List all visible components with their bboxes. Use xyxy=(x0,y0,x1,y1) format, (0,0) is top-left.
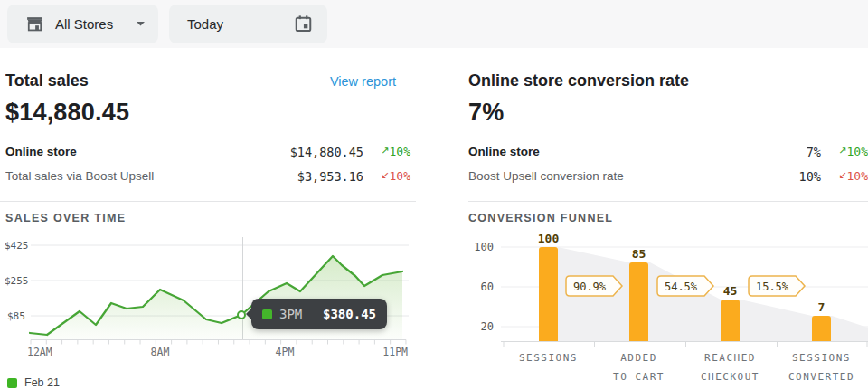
delta-badge-down: ↙10% xyxy=(363,169,410,183)
chart-tooltip: 3PM $380.45 xyxy=(251,299,387,329)
conversion-rate-badge: 54.5% xyxy=(657,276,713,296)
legend-swatch-green xyxy=(7,378,17,388)
date-range-button[interactable]: Today xyxy=(169,5,327,43)
funnel-bar[interactable] xyxy=(812,316,831,341)
metric-label: Boost Upsell conversion rate xyxy=(468,169,799,183)
delta-badge-down: ↙10% xyxy=(821,169,868,183)
conversion-funnel-chart[interactable]: 100 60 20 100 85 45 7 90.9% 54.5% xyxy=(468,230,868,390)
tooltip-value: $380.45 xyxy=(323,307,376,321)
conversion-funnel-heading: CONVERSION FUNNEL xyxy=(468,201,868,224)
conversion-rate-panel: Online store conversion rate 7% Online s… xyxy=(468,71,868,390)
bar-value: 7 xyxy=(818,300,826,314)
category-label: CONVERTED xyxy=(788,371,854,383)
storefront-icon xyxy=(25,14,44,33)
arrow-up-icon: ↗ xyxy=(838,145,846,157)
delta-badge-up: ↗10% xyxy=(363,145,410,158)
store-selector-button[interactable]: All Stores xyxy=(7,5,158,43)
sales-over-time-heading: SALES OVER TIME xyxy=(0,201,416,224)
calendar-icon xyxy=(294,14,313,33)
total-sales-panel: Total sales View report $14,880.45 Onlin… xyxy=(0,71,416,390)
y-tick: $425 xyxy=(5,240,29,252)
metric-row-boost-upsell-rate: Boost Upsell conversion rate 10% ↙10% xyxy=(468,164,868,188)
metric-value: 7% xyxy=(807,145,821,159)
svg-text:15.5%: 15.5% xyxy=(756,281,789,293)
sales-line-chart[interactable]: $425 $255 $85 12AM 8AM 4PM 11PM 3PM $380… xyxy=(0,230,416,371)
category-label: REACHED xyxy=(704,352,756,364)
total-sales-title: Total sales xyxy=(5,71,89,90)
category-label: SESSIONS xyxy=(792,352,851,364)
x-tick: 12AM xyxy=(27,346,52,358)
conversion-rate-badge: 15.5% xyxy=(749,276,805,296)
y-tick: $85 xyxy=(7,310,25,322)
date-range-label: Today xyxy=(187,16,285,32)
metric-label: Online store xyxy=(468,145,807,158)
legend-feb21-sales: Feb 21 xyxy=(7,376,416,389)
legend-label: Feb 21 xyxy=(24,376,60,389)
metric-value: $14,880.45 xyxy=(290,145,363,159)
funnel-bar[interactable] xyxy=(721,300,740,341)
metric-label: Online store xyxy=(5,145,290,158)
x-axis-ticks xyxy=(31,340,406,345)
x-tick: 4PM xyxy=(276,346,295,358)
arrow-up-icon: ↗ xyxy=(381,145,389,157)
metric-row-online-store-sales: Online store $14,880.45 ↗10% xyxy=(0,139,416,164)
svg-text:90.9%: 90.9% xyxy=(573,281,607,293)
category-label: CHECKOUT xyxy=(701,371,760,383)
conversion-rate-title: Online store conversion rate xyxy=(468,71,689,90)
series-swatch-green xyxy=(262,309,272,319)
category-label: ADDED xyxy=(620,352,657,364)
x-tick: 11PM xyxy=(382,346,408,358)
category-label: SESSIONS xyxy=(519,352,578,364)
metric-label: Total sales via Boost Upsell xyxy=(5,169,297,183)
store-selector-label: All Stores xyxy=(55,16,127,32)
y-tick: 100 xyxy=(474,241,494,253)
conversion-rate-value: 7% xyxy=(468,99,863,127)
metric-row-online-store-rate: Online store 7% ↗10% xyxy=(468,139,868,164)
x-tick: 8AM xyxy=(151,346,170,358)
delta-badge-up: ↗10% xyxy=(821,145,868,158)
arrow-down-icon: ↙ xyxy=(381,169,389,181)
funnel-bar[interactable] xyxy=(629,262,648,341)
tooltip-time: 3PM xyxy=(279,307,323,321)
bar-value: 85 xyxy=(632,247,646,261)
bar-value: 45 xyxy=(723,284,738,298)
chevron-down-icon xyxy=(136,21,146,27)
filter-bar: All Stores Today xyxy=(0,0,868,48)
metric-value: $3,953.16 xyxy=(297,169,363,184)
total-sales-value: $14,880.45 xyxy=(5,99,410,127)
bar-value: 100 xyxy=(538,232,560,245)
view-report-link[interactable]: View report xyxy=(330,74,396,89)
funnel-bar[interactable] xyxy=(539,247,558,341)
metric-row-boost-upsell-sales: Total sales via Boost Upsell $3,953.16 ↙… xyxy=(0,164,416,188)
svg-text:54.5%: 54.5% xyxy=(665,281,698,293)
hover-point-marker xyxy=(238,311,245,319)
metric-value: 10% xyxy=(799,169,821,184)
y-tick: 60 xyxy=(481,281,494,293)
arrow-down-icon: ↙ xyxy=(838,169,846,181)
x-axis-ticks xyxy=(504,342,867,347)
y-tick: 20 xyxy=(481,320,494,333)
y-tick: $255 xyxy=(5,275,29,287)
conversion-rate-badge: 90.9% xyxy=(566,276,622,296)
category-label: TO CART xyxy=(613,371,665,383)
